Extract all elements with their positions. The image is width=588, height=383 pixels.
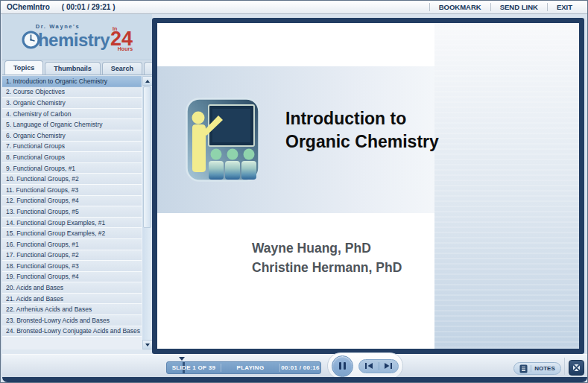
playback-bar: SLIDE 1 OF 39 PLAYING 00:01 / 00:16: [2, 354, 587, 377]
topic-label: 2. Course Objectives: [6, 88, 65, 95]
notes-icon: [519, 364, 528, 373]
topic-label: 16. Functional Groups, #1: [6, 241, 79, 248]
topic-list-item[interactable]: 4. Chemistry of Carbon: [2, 109, 142, 120]
notes-label: NOTES: [534, 365, 555, 372]
slide-canvas: Introduction to Organic Chemistry Wayne …: [157, 23, 579, 349]
topic-list-item[interactable]: 13. Functional Groups, #5: [2, 206, 142, 218]
topic-list-item[interactable]: 15. Functional Group Examples, #2: [2, 228, 142, 239]
next-icon: [384, 362, 393, 370]
topic-label: 7. Functional Groups: [6, 142, 65, 150]
player-window: OChemIntro ( 00:01 / 29:21 ) BOOKMARK SE…: [0, 0, 588, 383]
bookmark-button[interactable]: BOOKMARK: [430, 3, 490, 11]
topic-label: 10. Functional Groups, #2: [6, 175, 79, 183]
topic-label: 1. Introduction to Organic Chemistry: [6, 77, 107, 85]
window-title: OChemIntro: [7, 3, 50, 11]
divider: [564, 358, 565, 375]
logo-hours: Hours: [118, 46, 133, 51]
tab-thumbnails[interactable]: Thumbnails: [45, 62, 101, 75]
scroll-down-icon: [145, 344, 150, 346]
progress-info-bar[interactable]: SLIDE 1 OF 39 PLAYING 00:01 / 00:16: [166, 361, 321, 374]
topic-list-item[interactable]: 24. Bronsted-Lowry Conjugate Acids and B…: [2, 326, 142, 338]
topic-list-item[interactable]: 17. Functional Groups, #2: [2, 250, 142, 262]
topic-label: 8. Functional Groups: [6, 153, 65, 161]
course-elapsed-time: ( 00:01 / 29:21 ): [62, 3, 116, 11]
topic-label: 13. Functional Groups, #5: [6, 208, 79, 215]
topic-list-item[interactable]: 16. Functional Groups, #1: [2, 239, 142, 250]
slide-authors: Wayne Huang, PhD Christine Hermann, PhD: [252, 238, 402, 277]
exit-button[interactable]: EXIT: [548, 3, 581, 11]
topic-label: 11. Functional Groups, #3: [6, 186, 78, 194]
slide-player-frame: Introduction to Organic Chemistry Wayne …: [152, 18, 584, 354]
topic-list-item[interactable]: 19. Functional Groups, #4: [2, 272, 142, 283]
scrollbar-thumb[interactable]: [143, 86, 151, 228]
scroll-up-button[interactable]: [142, 76, 153, 86]
topic-label: 12. Functional Groups, #4: [6, 197, 79, 204]
topic-label: 4. Chemistry of Carbon: [6, 110, 71, 118]
notes-button[interactable]: NOTES: [513, 362, 561, 375]
logo-prefix: Dr. Wayne's: [36, 23, 80, 30]
topic-list-item[interactable]: 20. Acids and Bases: [2, 282, 142, 294]
topic-list-item[interactable]: 7. Functional Groups: [2, 142, 142, 153]
topic-list-item[interactable]: 23. Bronsted-Lowry Acids and Bases: [2, 315, 142, 326]
slide-right-gradient: [434, 23, 579, 349]
topic-list-item[interactable]: 5. Language of Organic Chemistry: [2, 119, 142, 130]
window-bottom-edge: [2, 377, 587, 382]
pause-button[interactable]: [332, 355, 353, 377]
topic-label: 22. Arrhenius Acids and Bases: [6, 306, 92, 313]
topic-list-item[interactable]: 2. Course Objectives: [2, 87, 142, 98]
topic-list-item[interactable]: 8. Functional Groups: [2, 152, 142, 163]
topic-label: 14. Functional Group Examples, #1: [6, 219, 105, 227]
divider: [531, 365, 531, 372]
topic-list-item[interactable]: 9. Functional Groups, #1: [2, 163, 142, 174]
topic-label: 24. Bronsted-Lowry Conjugate Acids and B…: [6, 327, 140, 335]
slide-title-line1: Introduction to: [285, 107, 439, 130]
seek-handle[interactable]: [179, 357, 185, 361]
transport-controls: [327, 352, 403, 379]
topic-label: 23. Bronsted-Lowry Acids and Bases: [6, 317, 110, 324]
topics-scrollbar[interactable]: [142, 76, 152, 349]
topic-label: 20. Acids and Bases: [6, 284, 63, 291]
topic-label: 15. Functional Group Examples, #2: [6, 230, 105, 237]
tab-topics[interactable]: Topics: [4, 60, 43, 75]
topic-list-item[interactable]: 21. Acids and Bases: [2, 294, 142, 305]
scroll-up-icon: [145, 80, 150, 83]
author-1: Wayne Huang, PhD: [252, 238, 402, 258]
fullscreen-button[interactable]: [569, 360, 584, 376]
topic-list-item[interactable]: 1. Introduction to Organic Chemistry: [2, 76, 142, 87]
topic-list-item[interactable]: 14. Functional Group Examples, #1: [2, 218, 142, 229]
slide-counter: SLIDE 1 OF 39: [167, 362, 221, 373]
top-bar: OChemIntro ( 00:01 / 29:21 ) BOOKMARK SE…: [1, 1, 587, 14]
topic-label: 21. Acids and Bases: [6, 295, 63, 303]
previous-button[interactable]: [359, 360, 379, 373]
topic-list-item[interactable]: 22. Arrhenius Acids and Bases: [2, 304, 142, 315]
topic-label: 17. Functional Groups, #2: [6, 251, 79, 259]
topic-list-item[interactable]: 6. Organic Chemistry: [2, 130, 142, 142]
topic-list-item[interactable]: 11. Functional Groups, #3: [2, 185, 142, 196]
topic-list-item[interactable]: 10. Functional Groups, #2: [2, 174, 142, 185]
send-link-button[interactable]: SEND LINK: [491, 3, 547, 11]
sidebar-tabs: Topics Thumbnails Search Notes: [2, 60, 152, 75]
topic-label: 6. Organic Chemistry: [6, 132, 66, 139]
topic-label: 5. Language of Organic Chemistry: [6, 121, 102, 128]
topic-list-item[interactable]: 12. Functional Groups, #4: [2, 196, 142, 207]
expand-icon: [572, 363, 581, 373]
tab-search[interactable]: Search: [102, 62, 142, 75]
topics-list: 1. Introduction to Organic Chemistry 2. …: [2, 76, 142, 349]
playback-status: PLAYING: [221, 362, 279, 373]
logo-24: 24: [110, 31, 133, 46]
previous-icon: [364, 362, 373, 370]
presenter-icon: [186, 98, 260, 182]
topic-label: 9. Functional Groups, #1: [6, 165, 75, 172]
topic-label: 18. Functional Groups, #3: [6, 262, 79, 270]
topic-label: 19. Functional Groups, #4: [6, 273, 79, 280]
topic-label: 3. Organic Chemistry: [6, 99, 66, 107]
slide-title: Introduction to Organic Chemistry: [285, 107, 439, 153]
topic-list-item[interactable]: 18. Functional Groups, #3: [2, 261, 142, 272]
sidebar: Dr. Wayne's hemistry In 24 Hours Topics …: [2, 14, 152, 377]
logo-word: hemistry: [38, 30, 110, 51]
pause-icon: [339, 362, 341, 370]
scroll-down-button[interactable]: [142, 340, 153, 349]
next-button[interactable]: [379, 360, 399, 373]
topic-list-item[interactable]: 3. Organic Chemistry: [2, 98, 142, 109]
prev-next-group: [358, 359, 399, 373]
